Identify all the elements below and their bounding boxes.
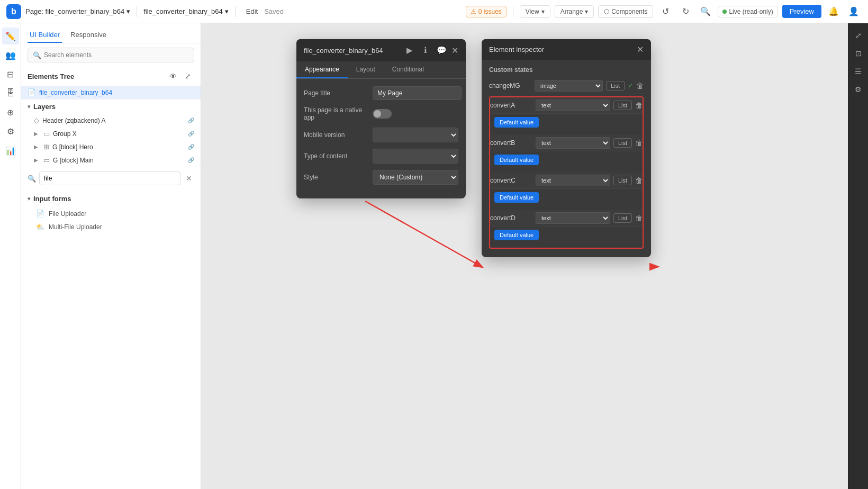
groupx-node-label: Group X xyxy=(53,130,185,138)
state-type-convertC[interactable]: text xyxy=(536,175,610,186)
native-app-label: This page is a native app xyxy=(304,106,367,121)
state-type-changeMG[interactable]: image xyxy=(535,80,603,92)
components-button[interactable]: ⬡ Components xyxy=(598,5,653,18)
state-delete-convertC[interactable]: 🗑 xyxy=(635,176,643,185)
iconbar-edit-button[interactable]: ✏️ xyxy=(2,28,19,44)
view-button[interactable]: View ▾ xyxy=(520,5,550,18)
icon-bar: ✏️ 👥 ⊟ 🗄 ⊕ ⚙ 📊 xyxy=(0,23,21,489)
page-title-label: Page title xyxy=(304,89,367,97)
view-label: View xyxy=(526,8,539,15)
right-expand-btn[interactable]: ⤢ xyxy=(851,28,866,43)
tab-responsive[interactable]: Responsive xyxy=(68,28,108,43)
multi-file-uploader-item[interactable]: ⛅ Multi-File Uploader xyxy=(21,220,201,233)
live-badge[interactable]: Live (read-only) xyxy=(718,6,777,17)
iconbar-chart-button[interactable]: 📊 xyxy=(2,142,19,159)
search-elements-input[interactable] xyxy=(28,48,194,62)
issues-button[interactable]: ⚠ 0 issues xyxy=(466,6,507,17)
tab-appearance[interactable]: Appearance xyxy=(296,61,348,78)
highlighted-states-section: convertA text List 🗑 Default value conve… xyxy=(489,96,644,249)
state-type-convertB[interactable]: text xyxy=(536,137,610,149)
iconbar-database-button[interactable]: 🗄 xyxy=(2,85,19,102)
state-delete-convertA[interactable]: 🗑 xyxy=(635,101,643,110)
search-button[interactable]: 🔍 xyxy=(698,4,713,20)
layers-title: Layers xyxy=(33,103,56,111)
element-inspector: Element inspector ✕ Custom states change… xyxy=(482,39,651,257)
search-clear-button[interactable]: ✕ xyxy=(184,173,194,184)
toggle-visibility-button[interactable]: 👁 xyxy=(167,70,179,83)
state-list-convertC[interactable]: List xyxy=(613,176,632,185)
notification-button[interactable]: 🔔 xyxy=(826,4,842,20)
input-forms-header[interactable]: ▾ Input forms xyxy=(21,192,201,206)
iconbar-plugins-button[interactable]: ⊕ xyxy=(2,104,19,121)
filename-dropdown-icon: ▾ xyxy=(225,7,229,15)
filename-selector[interactable]: file_converter_binary_b64 ▾ xyxy=(143,7,229,15)
native-app-toggle[interactable] xyxy=(373,109,392,119)
iconbar-users-button[interactable]: 👥 xyxy=(2,47,19,64)
info-button[interactable]: ℹ xyxy=(420,44,431,56)
avatar-button[interactable]: 👤 xyxy=(846,4,862,20)
state-list-changeMG[interactable]: List xyxy=(606,81,625,90)
inspector-close-button[interactable]: ✕ xyxy=(637,44,644,55)
default-value-btn-convertB[interactable]: Default value xyxy=(494,155,539,165)
default-value-btn-convertA[interactable]: Default value xyxy=(494,117,539,128)
arrange-button[interactable]: Arrange ▾ xyxy=(555,5,594,18)
comment-button[interactable]: 💬 xyxy=(436,44,447,56)
page-title-input[interactable] xyxy=(373,86,462,100)
expand-tree-button[interactable]: ⤢ xyxy=(182,70,194,83)
tree-item-groupx[interactable]: ▶ ▭ Group X 🔗 xyxy=(21,127,201,140)
state-delete-convertD[interactable]: 🗑 xyxy=(635,214,643,222)
tree-item-header[interactable]: ◇ Header (zqbackend) A 🔗 xyxy=(21,114,201,127)
group-icon: ▭ xyxy=(43,130,50,138)
default-value-btn-convertC[interactable]: Default value xyxy=(494,192,539,203)
toggle-knob xyxy=(374,110,381,117)
play-button[interactable]: ▶ xyxy=(404,44,415,56)
state-delete-convertB[interactable]: 🗑 xyxy=(635,139,643,147)
search-filter-input[interactable] xyxy=(39,171,180,185)
state-list-convertA[interactable]: List xyxy=(613,101,632,110)
tree-item-hero[interactable]: ▶ ⊞ G [block] Hero 🔗 xyxy=(21,140,201,153)
tree-item-main[interactable]: ▶ ▭ G [block] Main 🔗 xyxy=(21,153,201,167)
default-value-btn-convertD[interactable]: Default value xyxy=(494,230,539,240)
tree-item-file[interactable]: 📄 file_converter_binary_b64 xyxy=(21,86,201,99)
layers-header[interactable]: ▾ Layers xyxy=(21,99,201,114)
undo-button[interactable]: ↺ xyxy=(657,4,673,20)
type-of-content-select[interactable] xyxy=(373,149,458,164)
iconbar-layers-button[interactable]: ⊟ xyxy=(2,66,19,83)
page-selector[interactable]: Page: file_converter_binary_b64 ▾ xyxy=(25,7,130,15)
input-forms-items: 📄 File Uploader ⛅ Multi-File Uploader xyxy=(21,206,201,234)
tab-conditional[interactable]: Conditional xyxy=(384,61,432,78)
right-list-btn[interactable]: ☰ xyxy=(851,64,866,79)
left-panel-tabs: UI Builder Responsive xyxy=(21,23,201,43)
filename-label: file_converter_binary_b64 xyxy=(143,7,223,15)
page-dropdown-icon: ▾ xyxy=(126,7,130,15)
page-modal-title: file_converter_binary_b64 xyxy=(304,47,383,55)
main-icon: ▭ xyxy=(43,156,50,164)
preview-button[interactable]: Preview xyxy=(782,5,821,18)
live-dot xyxy=(722,10,727,14)
components-icon: ⬡ xyxy=(604,8,609,15)
inspector-title: Element inspector xyxy=(489,46,544,53)
state-name-convertB: convertB xyxy=(490,139,532,147)
iconbar-settings-button[interactable]: ⚙ xyxy=(2,123,19,140)
hero-node-label: G [block] Hero xyxy=(52,143,185,151)
state-name-convertD: convertD xyxy=(490,214,532,222)
file-uploader-item[interactable]: 📄 File Uploader xyxy=(21,207,201,220)
svg-line-0 xyxy=(365,201,482,267)
mobile-version-select[interactable] xyxy=(373,128,458,142)
right-element-btn[interactable]: ⊡ xyxy=(851,46,866,61)
state-type-convertA[interactable]: text xyxy=(536,99,610,111)
state-list-convertB[interactable]: List xyxy=(613,138,632,148)
page-modal-close-button[interactable]: ✕ xyxy=(451,46,458,56)
tab-ui-builder[interactable]: UI Builder xyxy=(28,28,62,43)
search-icon: 🔍 xyxy=(33,51,41,59)
redo-button[interactable]: ↻ xyxy=(677,4,693,20)
state-delete-changeMG[interactable]: 🗑 xyxy=(636,82,644,90)
native-app-row: This page is a native app xyxy=(304,106,458,121)
search-elements-container: 🔍 xyxy=(21,43,201,67)
right-settings-btn[interactable]: ⚙ xyxy=(851,82,866,97)
state-name-changeMG: changeMG xyxy=(489,82,531,89)
state-type-convertD[interactable]: text xyxy=(536,212,610,224)
state-list-convertD[interactable]: List xyxy=(613,213,632,223)
tab-layout[interactable]: Layout xyxy=(348,61,384,78)
style-select[interactable]: None (Custom) xyxy=(373,170,458,185)
